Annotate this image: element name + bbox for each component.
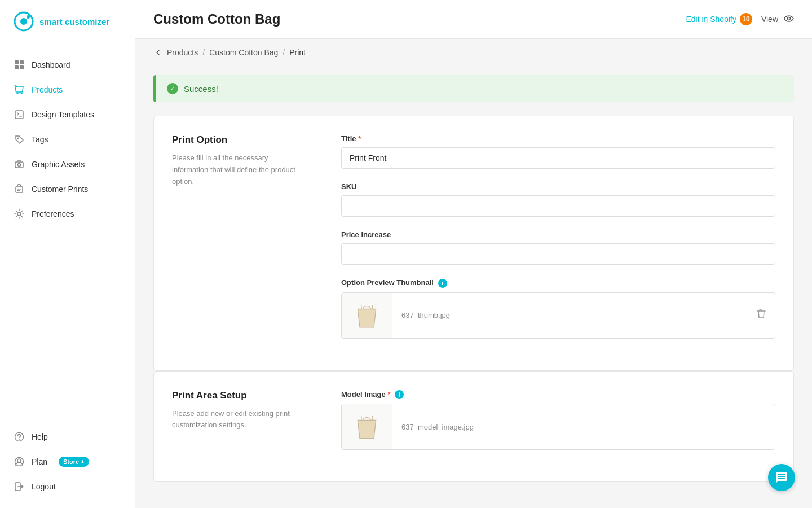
content-area: ✓ Success! Print Option Please fill in a… bbox=[135, 66, 812, 500]
edit-in-shopify-button[interactable]: Edit in Shopify 10 bbox=[686, 13, 752, 25]
breadcrumb-back-button[interactable] bbox=[153, 48, 162, 57]
breadcrumb-custom-cotton-bag[interactable]: Custom Cotton Bag bbox=[209, 48, 278, 57]
eye-icon bbox=[784, 15, 794, 24]
model-image-preview bbox=[342, 404, 392, 449]
thumbnail-form-group: Option Preview Thumbnail i bbox=[341, 278, 775, 339]
plan-icon bbox=[14, 456, 25, 467]
sidebar-item-customer-prints[interactable]: Customer Prints bbox=[0, 177, 135, 202]
success-banner: ✓ Success! bbox=[153, 75, 794, 102]
print-option-title: Print Option bbox=[172, 134, 304, 146]
svg-rect-11 bbox=[15, 162, 23, 168]
svg-point-12 bbox=[18, 164, 21, 167]
logout-label: Logout bbox=[32, 482, 56, 491]
success-check-icon: ✓ bbox=[167, 83, 178, 94]
breadcrumb-sep-1: / bbox=[202, 48, 205, 57]
chat-button[interactable] bbox=[768, 464, 795, 491]
price-increase-label: Price Increase bbox=[341, 230, 775, 239]
print-option-right: Title * SKU Price Increase bbox=[323, 116, 793, 370]
sku-label: SKU bbox=[341, 182, 775, 191]
dashboard-icon bbox=[14, 59, 25, 71]
svg-point-2 bbox=[27, 15, 30, 19]
sidebar-item-preferences[interactable]: Preferences bbox=[0, 202, 135, 226]
view-label: View bbox=[761, 15, 778, 24]
title-input[interactable] bbox=[341, 147, 775, 169]
sidebar-bottom: Help Plan Store + Logout bbox=[0, 415, 135, 508]
products-label: Products bbox=[32, 85, 63, 94]
customer-prints-icon bbox=[14, 183, 25, 195]
sidebar-item-logout[interactable]: Logout bbox=[0, 474, 135, 499]
sidebar: smart customizer Dashboard bbox=[0, 0, 135, 508]
tags-label: Tags bbox=[32, 135, 48, 144]
edit-shopify-label: Edit in Shopify bbox=[686, 15, 736, 24]
sidebar-item-graphic-assets[interactable]: Graphic Assets bbox=[0, 152, 135, 177]
model-image-filename: 637_model_image.jpg bbox=[392, 423, 775, 431]
design-templates-label: Design Templates bbox=[32, 110, 94, 119]
print-area-title: Print Area Setup bbox=[172, 390, 304, 401]
thumbnail-delete-button[interactable] bbox=[748, 309, 775, 322]
sidebar-item-products[interactable]: Products bbox=[0, 77, 135, 102]
view-button[interactable]: View bbox=[761, 15, 794, 24]
print-option-left: Print Option Please fill in all the nece… bbox=[154, 116, 323, 370]
title-form-group: Title * bbox=[341, 134, 775, 169]
model-image-thumbnail bbox=[351, 410, 382, 444]
sidebar-item-plan[interactable]: Plan Store + bbox=[0, 449, 135, 474]
svg-point-10 bbox=[17, 138, 19, 139]
title-label: Title * bbox=[341, 134, 775, 143]
price-increase-form-group: Price Increase bbox=[341, 230, 775, 265]
breadcrumb-sep-2: / bbox=[283, 48, 285, 57]
svg-rect-14 bbox=[17, 189, 21, 190]
sidebar-item-design-templates[interactable]: Design Templates bbox=[0, 102, 135, 127]
model-image-required-marker: * bbox=[387, 390, 390, 398]
sidebar-item-help[interactable]: Help bbox=[0, 424, 135, 449]
sku-form-group: SKU bbox=[341, 182, 775, 217]
products-icon bbox=[14, 84, 25, 95]
plan-label: Plan bbox=[32, 457, 47, 466]
preferences-icon bbox=[14, 208, 25, 220]
thumbnail-label: Option Preview Thumbnail i bbox=[341, 278, 775, 288]
svg-rect-15 bbox=[17, 190, 20, 191]
logout-icon bbox=[14, 481, 25, 492]
svg-rect-6 bbox=[20, 65, 24, 69]
print-option-desc: Please fill in all the necessary informa… bbox=[172, 152, 304, 187]
model-image-label: Model Image * i bbox=[341, 390, 775, 400]
sidebar-item-tags[interactable]: Tags bbox=[0, 127, 135, 152]
title-required-marker: * bbox=[358, 134, 361, 143]
help-label: Help bbox=[32, 432, 48, 441]
sidebar-item-dashboard[interactable]: Dashboard bbox=[0, 52, 135, 77]
model-image-info-icon[interactable]: i bbox=[395, 390, 404, 399]
design-templates-icon bbox=[14, 109, 25, 120]
dashboard-label: Dashboard bbox=[32, 60, 70, 69]
graphic-assets-label: Graphic Assets bbox=[32, 160, 85, 169]
breadcrumb: Products / Custom Cotton Bag / Print bbox=[135, 39, 812, 66]
print-area-desc: Please add new or edit existing print cu… bbox=[172, 408, 304, 432]
svg-point-1 bbox=[20, 18, 27, 25]
svg-rect-5 bbox=[15, 65, 19, 69]
price-increase-input[interactable] bbox=[341, 243, 775, 265]
svg-rect-3 bbox=[15, 60, 19, 64]
breadcrumb-products[interactable]: Products bbox=[167, 48, 198, 57]
top-header: Custom Cotton Bag Edit in Shopify 10 Vie… bbox=[135, 0, 812, 39]
app-name: smart customizer bbox=[39, 17, 109, 27]
notification-badge: 10 bbox=[740, 13, 752, 25]
plan-badge: Store + bbox=[59, 457, 89, 467]
success-message: Success! bbox=[184, 84, 218, 94]
app-logo-icon bbox=[14, 11, 34, 32]
customer-prints-label: Customer Prints bbox=[32, 185, 88, 194]
svg-rect-13 bbox=[16, 187, 23, 192]
page-title: Custom Cotton Bag bbox=[153, 11, 280, 27]
preferences-label: Preferences bbox=[32, 209, 74, 218]
print-area-section: Print Area Setup Please add new or edit … bbox=[153, 371, 794, 483]
svg-point-20 bbox=[17, 459, 21, 462]
model-image-upload-row: 637_model_image.jpg bbox=[341, 404, 775, 450]
thumbnail-upload-row: 637_thumb.jpg bbox=[341, 292, 775, 339]
header-actions: Edit in Shopify 10 View bbox=[686, 13, 794, 25]
svg-point-16 bbox=[17, 212, 21, 216]
help-icon bbox=[14, 431, 25, 443]
tags-icon bbox=[14, 134, 25, 145]
thumbnail-info-icon[interactable]: i bbox=[438, 279, 447, 288]
print-area-left: Print Area Setup Please add new or edit … bbox=[154, 372, 323, 482]
model-image-form-group: Model Image * i 6 bbox=[341, 390, 775, 450]
bag-thumbnail-image bbox=[351, 299, 382, 332]
sku-input[interactable] bbox=[341, 195, 775, 217]
main-content: Custom Cotton Bag Edit in Shopify 10 Vie… bbox=[135, 0, 812, 508]
